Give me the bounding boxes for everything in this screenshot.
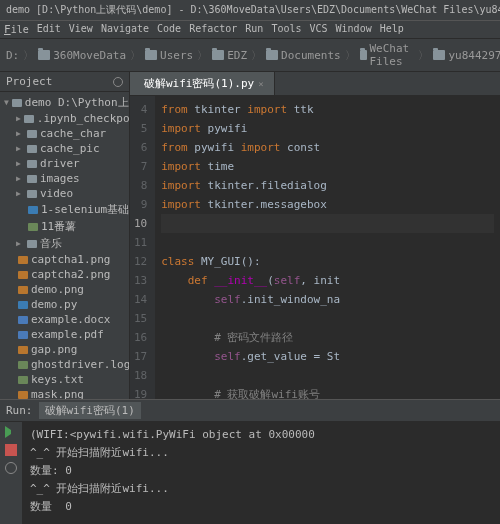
crumb-5[interactable]: WeChat Files <box>360 42 415 68</box>
editor-pane: 破解wifi密码(1).py × 45678910111213141516171… <box>130 72 500 399</box>
folder-icon <box>38 50 50 60</box>
console-label: Run: <box>6 404 33 417</box>
window-title: demo [D:\Python上课代码\demo] - D:\360MoveDa… <box>0 0 500 21</box>
menu-bar: FFileile Edit View Navigate Code Refacto… <box>0 21 500 39</box>
menu-file[interactable]: FFileile <box>4 23 29 36</box>
tree-file[interactable]: mask.png <box>0 387 129 399</box>
run-icon[interactable] <box>5 426 17 438</box>
line-gutter[interactable]: 45678910111213141516171819 <box>130 96 155 399</box>
tree-file[interactable]: captcha2.png <box>0 267 129 282</box>
editor-tab[interactable]: 破解wifi密码(1).py × <box>130 72 275 95</box>
crumb-4[interactable]: Documents <box>266 49 341 62</box>
crumb-2[interactable]: Users <box>145 49 193 62</box>
tree-file[interactable]: 1-selenium基础操作.py <box>0 201 129 218</box>
tree-file[interactable]: example.docx <box>0 312 129 327</box>
menu-tools[interactable]: Tools <box>271 23 301 36</box>
stop-icon[interactable] <box>5 444 17 456</box>
tree-file[interactable]: demo.py <box>0 297 129 312</box>
tree-file[interactable]: ghostdriver.log <box>0 357 129 372</box>
crumb-6[interactable]: yu844297347 <box>433 49 500 62</box>
console-tab[interactable]: 破解wifi密码(1) <box>39 402 141 419</box>
tree-file[interactable]: keys.txt <box>0 372 129 387</box>
tree-folder[interactable]: ▶cache_pic <box>0 141 129 156</box>
menu-view[interactable]: View <box>69 23 93 36</box>
tree-root[interactable]: ▼demo D:\Python上课代码\demo <box>0 94 129 111</box>
tree-folder[interactable]: ▶driver <box>0 156 129 171</box>
menu-vcs[interactable]: VCS <box>309 23 327 36</box>
gear-icon[interactable] <box>113 77 123 87</box>
project-sidebar: Project ▼demo D:\Python上课代码\demo ▶.ipynb… <box>0 72 130 399</box>
tree-file[interactable]: demo.png <box>0 282 129 297</box>
code-area[interactable]: from tkinter import ttkimport pywififrom… <box>155 96 500 399</box>
tree-folder[interactable]: ▶.ipynb_checkpoints <box>0 111 129 126</box>
menu-window[interactable]: Window <box>336 23 372 36</box>
menu-refactor[interactable]: Refactor <box>189 23 237 36</box>
menu-edit[interactable]: Edit <box>37 23 61 36</box>
breadcrumb-bar: D:〉 360MoveData〉 Users〉 EDZ〉 Documents〉 … <box>0 39 500 72</box>
crumb-root[interactable]: D: <box>6 49 19 62</box>
tree-folder[interactable]: ▶video <box>0 186 129 201</box>
close-icon[interactable]: × <box>258 79 263 89</box>
menu-help[interactable]: Help <box>380 23 404 36</box>
tree-folder[interactable]: ▶images <box>0 171 129 186</box>
tree-folder[interactable]: ▶cache_char <box>0 126 129 141</box>
crumb-1[interactable]: 360MoveData <box>38 49 126 62</box>
tree-file[interactable]: 11番薯 <box>0 218 129 235</box>
console-toolbar <box>0 422 22 524</box>
run-console: Run: 破解wifi密码(1) (WIFI:<pywifi.wifi.PyWi… <box>0 399 500 524</box>
project-tree[interactable]: ▼demo D:\Python上课代码\demo ▶.ipynb_checkpo… <box>0 92 129 399</box>
tree-file[interactable]: gap.png <box>0 342 129 357</box>
editor-tabs: 破解wifi密码(1).py × <box>130 72 500 96</box>
menu-navigate[interactable]: Navigate <box>101 23 149 36</box>
tree-file[interactable]: captcha1.png <box>0 252 129 267</box>
menu-code[interactable]: Code <box>157 23 181 36</box>
console-output[interactable]: (WIFI:<pywifi.wifi.PyWiFi object at 0x00… <box>22 422 500 524</box>
tree-file[interactable]: example.pdf <box>0 327 129 342</box>
menu-run[interactable]: Run <box>245 23 263 36</box>
tree-folder[interactable]: ▶音乐 <box>0 235 129 252</box>
sidebar-title: Project <box>6 75 52 88</box>
crumb-3[interactable]: EDZ <box>212 49 247 62</box>
rerun-icon[interactable] <box>5 462 17 474</box>
tab-label: 破解wifi密码(1).py <box>144 76 254 91</box>
